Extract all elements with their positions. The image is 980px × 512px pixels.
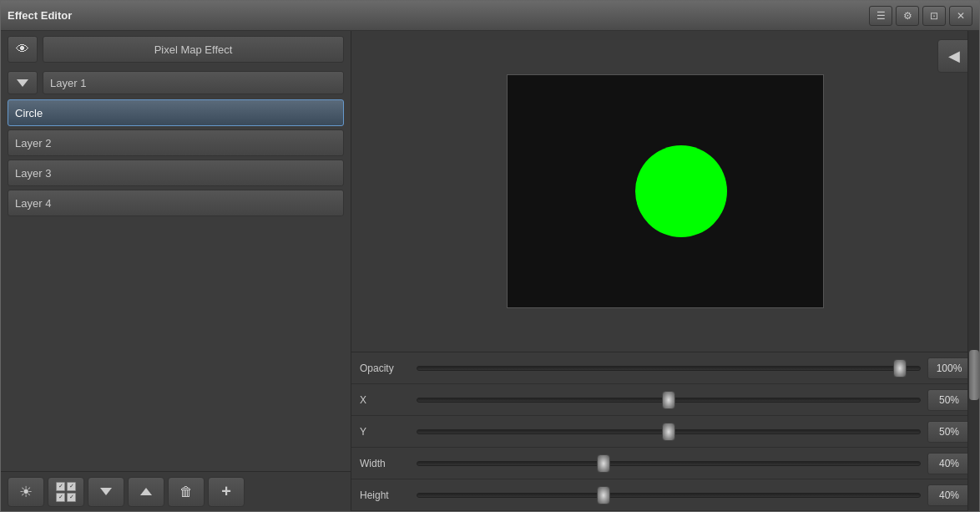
opacity-row: Opacity 100% bbox=[351, 352, 979, 384]
layer1-header: Layer 1 bbox=[1, 68, 351, 98]
main-content: 👁 Pixel Map Effect Layer 1 Circle bbox=[1, 31, 979, 511]
layers-list: Layer 2 Layer 3 Layer 4 bbox=[1, 126, 351, 471]
x-label: X bbox=[360, 394, 410, 406]
x-row: X 50% bbox=[351, 384, 979, 416]
green-circle bbox=[635, 145, 727, 237]
window-title: Effect Editor bbox=[8, 9, 869, 22]
effect-editor-window: Effect Editor ☰ ⚙ ⊡ ✕ 👁 Pixel Map Effect bbox=[0, 0, 980, 512]
move-down-button[interactable] bbox=[88, 477, 124, 507]
eye-button[interactable]: 👁 bbox=[8, 36, 38, 63]
layer4-item[interactable]: Layer 4 bbox=[8, 190, 344, 216]
checkbox-cell bbox=[67, 482, 76, 491]
selected-item-container: Circle bbox=[1, 98, 351, 126]
bottom-toolbar: ☀ 🗑 bbox=[1, 471, 351, 511]
opacity-label: Opacity bbox=[360, 362, 410, 374]
width-track bbox=[417, 461, 921, 466]
back-button[interactable]: ◀ bbox=[937, 39, 971, 73]
y-thumb[interactable] bbox=[662, 423, 675, 441]
x-slider[interactable] bbox=[417, 393, 921, 408]
left-panel: 👁 Pixel Map Effect Layer 1 Circle bbox=[1, 31, 351, 511]
preview-area: ◀ bbox=[351, 31, 979, 352]
title-bar: Effect Editor ☰ ⚙ ⊡ ✕ bbox=[1, 1, 979, 31]
title-bar-buttons: ☰ ⚙ ⊡ ✕ bbox=[869, 6, 972, 26]
height-thumb[interactable] bbox=[597, 486, 610, 504]
canvas-preview bbox=[507, 74, 824, 308]
right-panel: ◀ Opacity 100% bbox=[351, 31, 979, 511]
height-value[interactable]: 40% bbox=[927, 484, 971, 506]
right-scrollbar[interactable] bbox=[967, 31, 979, 511]
move-up-button[interactable] bbox=[128, 477, 164, 507]
height-row: Height 40% bbox=[351, 479, 979, 511]
checkbox-cell bbox=[56, 482, 65, 491]
sun-button[interactable]: ☀ bbox=[8, 477, 44, 507]
settings-button[interactable]: ⚙ bbox=[896, 6, 919, 26]
height-label: Height bbox=[360, 489, 410, 501]
checkbox-cell bbox=[56, 493, 65, 502]
y-track bbox=[417, 429, 921, 434]
width-value[interactable]: 40% bbox=[927, 453, 971, 474]
close-button[interactable]: ✕ bbox=[949, 6, 972, 26]
plus-icon: + bbox=[221, 482, 231, 501]
x-track bbox=[417, 398, 921, 403]
layer3-item[interactable]: Layer 3 bbox=[8, 160, 344, 186]
effect-name-label: Pixel Map Effect bbox=[154, 43, 233, 56]
copy-button[interactable]: ⊡ bbox=[922, 6, 946, 26]
opacity-track bbox=[417, 366, 921, 371]
height-track bbox=[417, 493, 921, 498]
y-row: Y 50% bbox=[351, 416, 979, 448]
width-thumb[interactable] bbox=[597, 454, 610, 473]
x-value[interactable]: 50% bbox=[927, 389, 971, 411]
chevron-down-icon bbox=[17, 79, 28, 87]
add-button[interactable]: + bbox=[208, 477, 245, 507]
back-icon: ◀ bbox=[948, 47, 960, 65]
scroll-thumb[interactable] bbox=[969, 350, 979, 400]
chevron-up-icon bbox=[140, 488, 152, 495]
checkbox-grid-icon bbox=[56, 482, 76, 502]
panel-header: 👁 Pixel Map Effect bbox=[1, 31, 351, 68]
opacity-slider[interactable] bbox=[417, 361, 921, 376]
opacity-value[interactable]: 100% bbox=[927, 357, 971, 379]
width-slider[interactable] bbox=[417, 456, 921, 471]
chevron-down-icon bbox=[100, 488, 112, 495]
opacity-thumb[interactable] bbox=[893, 359, 907, 378]
sun-icon: ☀ bbox=[19, 483, 33, 501]
y-value[interactable]: 50% bbox=[927, 421, 971, 443]
layer1-label[interactable]: Layer 1 bbox=[43, 71, 344, 94]
height-slider[interactable] bbox=[417, 488, 921, 503]
checkboxes-button[interactable] bbox=[48, 477, 84, 507]
y-label: Y bbox=[360, 426, 410, 438]
width-label: Width bbox=[360, 458, 410, 469]
trash-icon: 🗑 bbox=[179, 484, 193, 499]
circle-item[interactable]: Circle bbox=[8, 99, 344, 126]
menu-button[interactable]: ☰ bbox=[869, 6, 892, 26]
eye-icon: 👁 bbox=[16, 42, 29, 57]
y-slider[interactable] bbox=[417, 424, 921, 439]
effect-name-button[interactable]: Pixel Map Effect bbox=[43, 36, 344, 63]
delete-button[interactable]: 🗑 bbox=[168, 477, 205, 507]
checkbox-cell bbox=[67, 493, 76, 502]
layer1-dropdown-button[interactable] bbox=[8, 71, 38, 94]
layer2-item[interactable]: Layer 2 bbox=[8, 129, 344, 156]
width-row: Width 40% bbox=[351, 448, 979, 479]
sliders-section: Opacity 100% X 5 bbox=[351, 352, 979, 511]
x-thumb[interactable] bbox=[662, 391, 675, 409]
